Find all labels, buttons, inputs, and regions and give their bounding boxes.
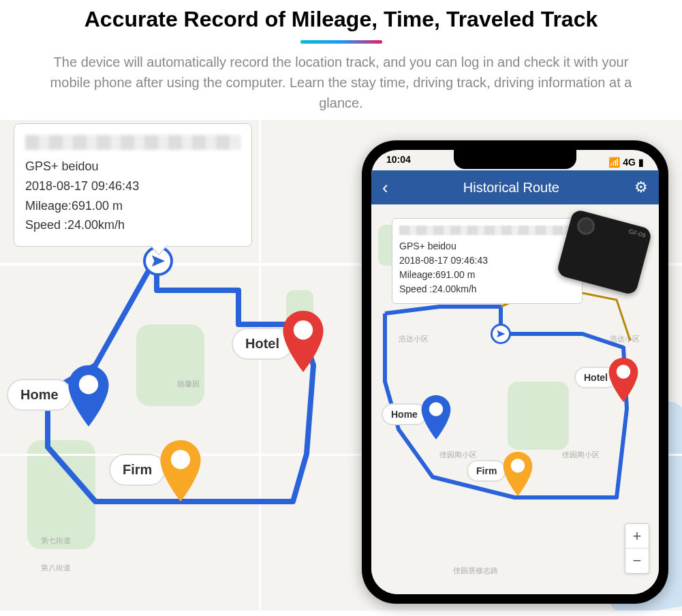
mileage-value: 691.00 m — [72, 199, 123, 213]
svg-point-4 — [429, 402, 443, 416]
zoom-out-button[interactable]: − — [625, 549, 649, 573]
blurred-device-name — [25, 135, 241, 150]
gps-system: beidou — [62, 159, 99, 173]
phone-mockup: 10:04 📶 4G ▮ ‹ Historical Route ⚙ 龙岗 浩达小… — [362, 140, 668, 604]
network-label: 4G — [623, 157, 636, 168]
phone-gps-system: beidou — [428, 241, 456, 251]
phone-speed-value: 24.00km/h — [432, 283, 476, 294]
phone-gps-label: GPS+ — [399, 241, 425, 251]
signal-icon: 📶 — [608, 157, 620, 168]
zoom-in-button[interactable]: + — [625, 524, 649, 549]
svg-point-0 — [294, 320, 313, 339]
device-model-label: GF-09 — [627, 228, 646, 238]
status-time: 10:04 — [386, 154, 411, 170]
svg-point-3 — [617, 365, 630, 378]
phone-home-pin-icon — [419, 395, 453, 440]
svg-point-5 — [511, 459, 525, 472]
title-underline — [300, 40, 382, 44]
svg-point-1 — [79, 375, 98, 394]
nav-title: Historical Route — [463, 180, 559, 196]
home-pin-label: Home — [7, 379, 72, 411]
home-pin-icon — [65, 365, 112, 427]
firm-pin-icon — [157, 440, 204, 502]
phone-firm-pin-icon — [501, 452, 535, 496]
phone-timestamp: 2018-08-17 09:46:43 — [399, 253, 575, 268]
phone-mileage-label: Mileage: — [399, 269, 435, 280]
speed-value: 24.00km/h — [67, 218, 125, 232]
phone-blurred-name — [399, 226, 575, 235]
battery-icon: ▮ — [638, 157, 644, 168]
page-description: The device will automatically record the… — [20, 52, 662, 113]
phone-mileage-value: 691.00 m — [435, 269, 475, 280]
svg-point-2 — [171, 450, 190, 469]
page-title: Accurate Record of Mileage, Time, Travel… — [20, 7, 662, 32]
back-button[interactable]: ‹ — [382, 177, 388, 198]
settings-button[interactable]: ⚙ — [634, 179, 648, 196]
phone-tracking-card: GPS+ beidou 2018-08-17 09:46:43 Mileage:… — [392, 218, 583, 304]
phone-hotel-pin-icon — [606, 358, 640, 402]
timestamp: 2018-08-17 09:46:43 — [25, 176, 241, 196]
gps-label: GPS+ — [25, 159, 59, 173]
nav-bar: ‹ Historical Route ⚙ — [371, 170, 659, 204]
phone-current-location — [491, 324, 511, 344]
tracking-info-card: GPS+ beidou 2018-08-17 09:46:43 Mileage:… — [14, 123, 252, 247]
hotel-pin-icon — [279, 311, 327, 372]
phone-speed-label: Speed : — [399, 283, 432, 294]
phone-notch — [454, 150, 576, 169]
speed-label: Speed : — [25, 218, 67, 232]
mileage-label: Mileage: — [25, 199, 72, 213]
